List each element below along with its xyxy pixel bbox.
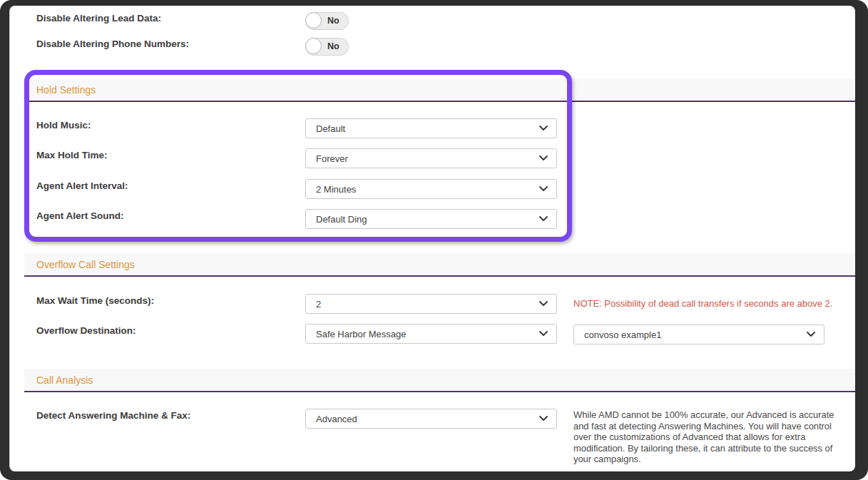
select-value: 2 Minutes [316,184,356,195]
detect-answering-machine-label: Detect Answering Machine & Fax: [36,410,190,421]
select-value: Forever [316,153,348,164]
chevron-down-icon [539,155,548,161]
chevron-down-icon [539,186,548,192]
toggle-state-label: No [327,13,339,29]
section-title: Overflow Call Settings [36,259,135,270]
disable-altering-phone-numbers-label: Disable Altering Phone Numbers: [36,39,189,49]
disable-altering-phone-numbers-toggle[interactable]: No [305,38,349,56]
toggle-state-label: No [327,39,339,55]
window-frame: Disable Altering Lead Data: No Disable A… [0,0,868,480]
section-title: Hold Settings [36,84,96,96]
select-value: convoso example1 [584,330,661,340]
agent-alert-sound-label: Agent Alert Sound: [36,210,124,221]
toggle-knob [305,12,322,29]
toggle-knob [305,38,322,54]
overflow-destination-label: Overflow Destination: [36,325,136,336]
section-header-overflow-call-settings: Overflow Call Settings [24,253,855,277]
select-value: Default [316,123,345,134]
chevron-down-icon [539,216,548,222]
disable-altering-lead-data-toggle[interactable]: No [305,12,349,30]
max-wait-time-select[interactable]: 2 [305,294,557,314]
section-title: Call Analysis [36,374,93,386]
hold-music-label: Hold Music: [36,120,91,131]
agent-alert-interval-select[interactable]: 2 Minutes [305,179,557,199]
chevron-down-icon [807,332,815,337]
select-value: Advanced [316,414,357,424]
overflow-destination-select[interactable]: Safe Harbor Message [305,324,557,344]
hold-music-select[interactable]: Default [305,118,557,138]
max-hold-time-select[interactable]: Forever [305,148,557,168]
max-wait-time-label: Max Wait Time (seconds): [36,295,154,306]
settings-panel: Disable Altering Lead Data: No Disable A… [9,6,855,471]
select-value: Safe Harbor Message [316,329,406,339]
detect-answering-machine-select[interactable]: Advanced [305,409,557,429]
max-hold-time-label: Max Hold Time: [36,150,108,160]
section-header-hold-settings: Hold Settings [24,78,855,102]
chevron-down-icon [539,331,548,337]
chevron-down-icon [539,126,548,131]
chevron-down-icon [539,416,548,422]
disable-altering-lead-data-label: Disable Altering Lead Data: [36,13,161,24]
agent-alert-interval-label: Agent Alert Interval: [36,180,128,191]
chevron-down-icon [539,301,548,307]
detect-answering-machine-description: While AMD cannot be 100% accurate, our A… [573,409,839,465]
agent-alert-sound-select[interactable]: Default Ding [305,209,557,229]
overflow-destination-target-select[interactable]: convoso example1 [573,325,824,344]
max-wait-time-note: NOTE: Possibility of dead call transfers… [573,298,852,310]
select-value: 2 [316,299,321,310]
section-header-call-analysis: Call Analysis [24,369,855,392]
select-value: Default Ding [316,214,367,225]
